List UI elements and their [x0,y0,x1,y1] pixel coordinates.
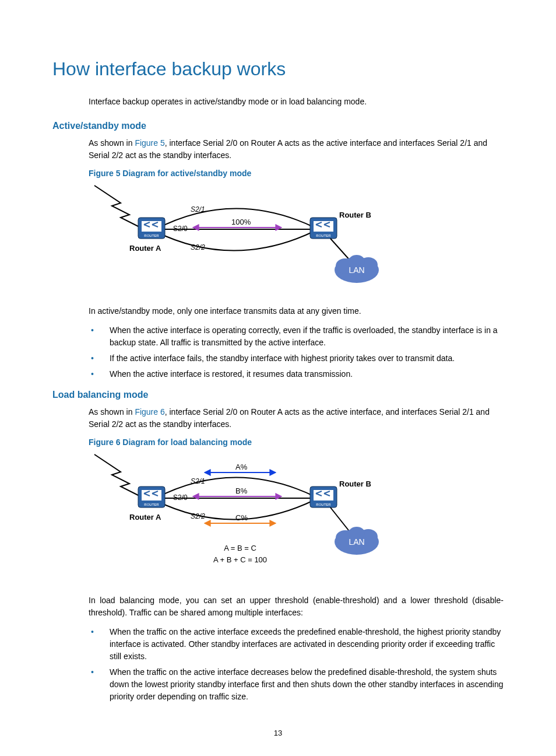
label-eq2: A + B + C = 100 [213,555,267,564]
lan-label: LAN [349,265,364,275]
text: As shown in [89,138,135,148]
label-s20: S2/0 [173,494,188,502]
active-bullets: When the active interface is operating c… [89,324,504,380]
load-bullets: When the traffic on the active interface… [89,626,504,703]
heading-load-balancing: Load balancing mode [52,390,504,400]
svg-line-8 [330,239,351,261]
svg-text:ROUTER: ROUTER [144,234,159,237]
svg-line-23 [330,508,351,533]
label-s22: S2/2 [191,243,205,251]
figure-5-caption: Figure 5 Diagram for active/standby mode [89,169,504,178]
label-s22: S2/2 [191,512,205,520]
svg-rect-6 [314,221,333,232]
label-s21: S2/1 [191,205,205,214]
label-100pct: 100% [231,218,251,226]
svg-rect-21 [314,490,333,501]
text: As shown in [89,407,135,416]
label-router-a: Router A [129,513,161,522]
page-title: How interface backup works [52,58,504,80]
svg-rect-18 [142,490,161,501]
page-number: 13 [0,729,556,737]
list-item: If the active interface fails, the stand… [89,352,504,365]
svg-rect-3 [142,221,161,232]
label-router-b: Router B [339,211,371,219]
label-router-a: Router A [129,244,161,253]
figure-6-caption: Figure 6 Diagram for load balancing mode [89,438,504,447]
figure-5-diagram: ROUTER ROUTER LAN S2/1 S2/0 S2/2 100% Ro… [89,183,504,288]
lan-label: LAN [349,537,364,547]
heading-active-standby: Active/standby mode [52,121,504,131]
active-para1: As shown in Figure 5, interface Serial 2… [89,137,504,162]
load-para1: As shown in Figure 6, interface Serial 2… [89,406,504,430]
figure-6-link[interactable]: Figure 6 [135,407,164,416]
svg-text:ROUTER: ROUTER [144,503,159,506]
active-para2: In active/standby mode, only one interfa… [89,305,504,317]
label-router-b: Router B [339,480,371,488]
label-s21: S2/1 [191,477,205,485]
list-item: When the traffic on the active interface… [89,626,504,663]
list-item: When the active interface is operating c… [89,324,504,349]
svg-text:ROUTER: ROUTER [316,503,331,506]
label-s20: S2/0 [173,225,188,233]
figure-6-diagram: ROUTER ROUTER LAN S2/1 S2/0 S2/2 A% B% C… [89,452,504,577]
label-c-pct: C% [235,513,248,522]
intro-text: Interface backup operates in active/stan… [89,96,504,108]
svg-text:ROUTER: ROUTER [316,234,331,237]
figure-5-link[interactable]: Figure 5 [135,138,164,148]
list-item: When the active interface is restored, i… [89,368,504,380]
label-a-pct: A% [235,463,248,471]
label-b-pct: B% [235,487,248,495]
load-para2: In load balancing mode, you can set an u… [89,594,504,619]
list-item: When the traffic on the active interface… [89,666,504,703]
label-eq1: A = B = C [224,544,256,552]
